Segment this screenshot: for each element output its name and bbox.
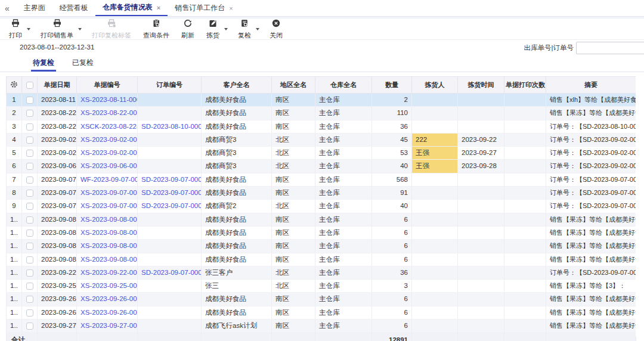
window-tab-3[interactable]: 销售订单工作台× bbox=[168, 0, 240, 16]
table-row[interactable]: 1..2023-09-08XS-2023-09-08-00025成都美好食品南区… bbox=[7, 226, 636, 239]
table-row[interactable]: 12023-08-11XS-2023-08-11-00013成都美好食品南区主仓… bbox=[7, 94, 636, 107]
row-checkbox[interactable] bbox=[26, 216, 33, 224]
column-header-7[interactable]: 仓库全名 bbox=[315, 77, 372, 94]
toolbar-button-1[interactable]: 打印销售单 bbox=[39, 18, 75, 40]
window-tab-0[interactable]: 主界面 bbox=[17, 0, 52, 16]
dropdown-caret-icon[interactable] bbox=[27, 28, 30, 30]
doc-number-link[interactable]: XS-2023-09-26-00032 bbox=[80, 295, 138, 302]
table-row[interactable]: 82023-09-07XS-2023-09-07-00022SD-2023-09… bbox=[7, 187, 636, 200]
row-checkbox[interactable] bbox=[26, 243, 33, 250]
doc-number-link[interactable]: XS-2023-09-02-00017 bbox=[80, 149, 138, 156]
row-checkbox[interactable] bbox=[26, 283, 33, 290]
doc-number-link[interactable]: XS-2023-08-22-00014 bbox=[80, 109, 138, 116]
toolbar-button-0[interactable]: 打印 bbox=[7, 18, 24, 40]
order-number-link[interactable]: SD-2023-09-07-00005 bbox=[141, 269, 202, 276]
doc-number-link[interactable]: XS-2023-09-26-00033 bbox=[80, 309, 138, 316]
tab-done-recheck[interactable]: 已复检 bbox=[70, 55, 95, 72]
cell-pick-time: 2023-09-22 bbox=[458, 133, 504, 146]
column-header-2[interactable]: 单据日期 bbox=[38, 77, 77, 94]
dropdown-caret-icon[interactable] bbox=[78, 28, 82, 30]
collapse-sidebar-icon[interactable]: « bbox=[5, 4, 10, 13]
header-checkbox[interactable] bbox=[26, 82, 33, 89]
cell-picker bbox=[412, 94, 458, 107]
order-number-link[interactable]: SD-2023-09-07-00009 bbox=[141, 176, 202, 183]
toolbar-button-7[interactable]: 关闭 bbox=[268, 18, 284, 40]
doc-number-link[interactable]: XS-2023-09-08-00027 bbox=[80, 256, 138, 263]
column-header-4[interactable]: 订单编号 bbox=[138, 77, 202, 94]
table-row[interactable]: 1..2023-09-25XS-2023-09-25-00031张三北区主仓库3… bbox=[7, 280, 636, 293]
row-checkbox[interactable] bbox=[26, 137, 33, 144]
table-row[interactable]: 1..2023-09-08XS-2023-09-08-00024成都美好食品南区… bbox=[7, 213, 636, 226]
column-header-10[interactable]: 拣货时间 bbox=[458, 77, 504, 94]
row-checkbox[interactable] bbox=[26, 176, 33, 184]
table-row[interactable]: 1..2023-09-26XS-2023-09-26-00032成都美好食品南区… bbox=[7, 293, 636, 306]
select-all-checkbox[interactable] bbox=[22, 77, 38, 94]
row-checkbox[interactable] bbox=[26, 269, 33, 277]
table-row[interactable]: 1..2023-09-26XS-2023-09-26-00033成都美好食品南区… bbox=[7, 306, 636, 319]
doc-number-link[interactable]: XS-2023-09-08-00025 bbox=[80, 229, 138, 236]
doc-number-link[interactable]: XS-2023-09-06-00018 bbox=[80, 162, 138, 169]
doc-number-link[interactable]: XSCK-2023-08-22-00001 bbox=[80, 123, 138, 130]
row-checkbox[interactable] bbox=[26, 123, 33, 131]
column-header-12[interactable]: 摘要 bbox=[546, 77, 636, 94]
order-number-link[interactable]: SD-2023-08-10-00002 bbox=[141, 123, 202, 130]
doc-number-link[interactable]: XS-2023-09-08-00024 bbox=[80, 216, 138, 223]
column-header-11[interactable]: 单据打印次数 bbox=[504, 77, 546, 94]
order-number-link[interactable]: SD-2023-09-07-00014 bbox=[141, 202, 202, 209]
table-row[interactable]: 52023-09-02XS-2023-09-02-00017成都商贸3北区主仓库… bbox=[7, 147, 636, 160]
dropdown-caret-icon[interactable] bbox=[224, 28, 228, 30]
search-input[interactable] bbox=[576, 42, 644, 54]
dropdown-caret-icon[interactable] bbox=[256, 28, 259, 30]
toolbar-button-5[interactable]: 拣货 bbox=[205, 18, 221, 40]
table-row[interactable]: 42023-09-02XS-2023-09-02-00016成都商贸3北区主仓库… bbox=[7, 133, 636, 146]
row-checkbox[interactable] bbox=[26, 150, 33, 157]
toolbar-button-3[interactable]: 查询条件 bbox=[141, 18, 171, 40]
row-checkbox[interactable] bbox=[26, 97, 33, 104]
row-checkbox[interactable] bbox=[26, 203, 33, 210]
column-header-5[interactable]: 客户全名 bbox=[202, 77, 272, 94]
doc-number-link[interactable]: XS-2023-09-02-00016 bbox=[80, 136, 138, 143]
column-header-8[interactable]: 数量 bbox=[372, 77, 412, 94]
doc-number-link[interactable]: XS-2023-09-08-00026 bbox=[80, 242, 138, 249]
row-checkbox[interactable] bbox=[26, 163, 33, 170]
toolbar-button-6[interactable]: 复检 bbox=[236, 18, 253, 40]
doc-number-link[interactable]: XS-2023-09-07-00023 bbox=[80, 202, 138, 209]
window-tab-1[interactable]: 经营看板 bbox=[52, 0, 95, 16]
tab-pending-recheck[interactable]: 待复检 bbox=[31, 55, 56, 72]
doc-number-link[interactable]: XS-2023-09-07-00022 bbox=[80, 189, 138, 196]
column-header-3[interactable]: 单据编号 bbox=[77, 77, 138, 94]
doc-number-link[interactable]: XS-2023-09-27-00034 bbox=[80, 322, 138, 329]
window-tab-2[interactable]: 仓库备货情况表× bbox=[95, 0, 168, 16]
tab-close-icon[interactable]: × bbox=[157, 4, 160, 11]
date-range-label[interactable]: 2023-08-01--2023-12-31 bbox=[20, 44, 94, 51]
row-checkbox[interactable] bbox=[26, 256, 33, 264]
column-header-9[interactable]: 拣货人 bbox=[412, 77, 458, 94]
table-row[interactable]: 92023-09-07XS-2023-09-07-00023SD-2023-09… bbox=[7, 200, 636, 213]
tab-close-icon[interactable]: × bbox=[229, 5, 233, 12]
row-checkbox[interactable] bbox=[26, 110, 33, 117]
table-row[interactable]: 1..2023-09-08XS-2023-09-08-00027成都美好食品南区… bbox=[7, 253, 636, 266]
column-settings-gear-icon[interactable] bbox=[7, 77, 22, 94]
doc-number-link[interactable]: WF-2023-09-07-00003 bbox=[80, 176, 138, 183]
order-number-link[interactable]: SD-2023-09-07-00017 bbox=[141, 189, 202, 196]
vertical-scrollbar-area[interactable] bbox=[636, 76, 644, 337]
cell-doc-date: 2023-08-22 bbox=[38, 120, 77, 133]
column-header-6[interactable]: 地区全名 bbox=[272, 77, 315, 94]
row-checkbox[interactable] bbox=[26, 296, 33, 303]
doc-number-link[interactable]: XS-2023-08-11-00013 bbox=[80, 96, 138, 103]
table-row[interactable]: 1..2023-09-27XS-2023-09-27-00034成都飞行ask计… bbox=[7, 320, 636, 333]
doc-number-link[interactable]: XS-2023-09-25-00031 bbox=[80, 282, 138, 289]
table-row[interactable]: 1..2023-09-22XS-2023-09-22-00030SD-2023-… bbox=[7, 266, 636, 279]
toolbar-button-4[interactable]: 刷新 bbox=[179, 18, 196, 40]
cell-doc-date: 2023-09-26 bbox=[38, 293, 77, 306]
doc-number-link[interactable]: XS-2023-09-22-00030 bbox=[80, 269, 138, 276]
row-checkbox[interactable] bbox=[26, 230, 33, 237]
table-row[interactable]: 22023-08-22XS-2023-08-22-00014成都美好食品南区主仓… bbox=[7, 107, 636, 120]
table-row[interactable]: 62023-09-06XS-2023-09-06-00018成都商贸3北区主仓库… bbox=[7, 160, 636, 173]
table-row[interactable]: 1..2023-09-08XS-2023-09-08-00026成都美好食品南区… bbox=[7, 240, 636, 253]
row-checkbox[interactable] bbox=[26, 190, 33, 197]
row-checkbox[interactable] bbox=[26, 309, 33, 317]
table-row[interactable]: 72023-09-07WF-2023-09-07-00003SD-2023-09… bbox=[7, 173, 636, 186]
table-row[interactable]: 32023-08-22XSCK-2023-08-22-00001SD-2023-… bbox=[7, 120, 636, 133]
row-checkbox[interactable] bbox=[26, 323, 33, 330]
